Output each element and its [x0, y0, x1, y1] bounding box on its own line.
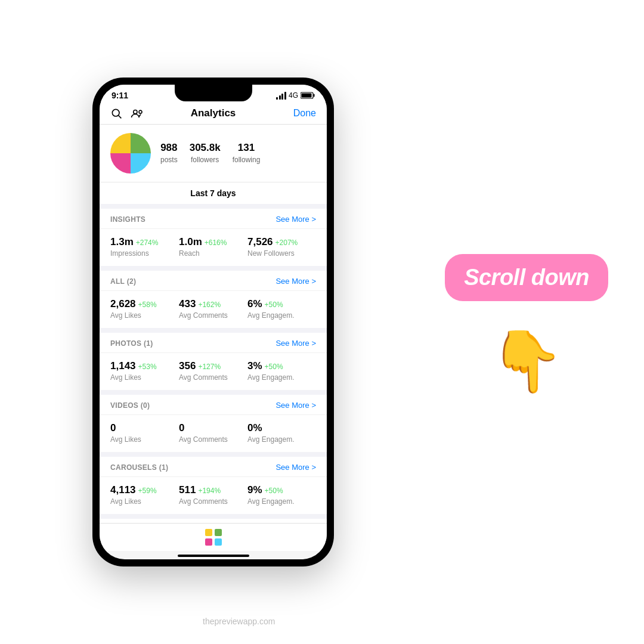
metric-value-insights-2: 7,526 [247, 236, 273, 248]
metric-change-photos-2: +50% [265, 363, 283, 371]
section-engagement: ENGAGEMENTSee More > [100, 519, 327, 523]
section-title-insights: INSIGHTS [110, 215, 145, 224]
metric-label-all-0: Avg Likes [110, 311, 179, 320]
section-videos: VIDEOS (0)See More >0Avg Likes0Avg Comme… [100, 395, 327, 452]
metric-label-all-2: Avg Engagem. [247, 311, 316, 320]
metric-item-all-1: 433+162%Avg Comments [179, 298, 247, 320]
metric-value-insights-1: 1.0m [179, 236, 202, 248]
followers-label: followers [191, 156, 219, 164]
section-photos: PHOTOS (1)See More >1,143+53%Avg Likes35… [100, 333, 327, 390]
svg-point-5 [134, 110, 137, 114]
see-more-videos[interactable]: See More > [275, 401, 316, 410]
period-label: Last 7 days [190, 188, 236, 198]
tab-app-icon[interactable] [205, 528, 222, 546]
metric-item-photos-1: 356+127%Avg Comments [179, 360, 247, 382]
search-icon[interactable] [110, 107, 122, 119]
home-indicator [178, 555, 249, 557]
metric-value-videos-1: 0 [179, 422, 184, 434]
hand-pointing-icon: 👇 [490, 331, 564, 391]
metric-value-photos-1: 356 [179, 360, 196, 372]
metric-item-carousels-1: 511+194%Avg Comments [179, 484, 247, 506]
content-scroll[interactable]: 988 posts 305.8k followers 131 following [100, 125, 327, 523]
metric-change-all-2: +50% [265, 301, 283, 309]
metric-change-insights-1: +616% [205, 239, 227, 247]
metric-change-photos-0: +53% [138, 363, 157, 371]
scroll-down-label: Scroll down [464, 265, 589, 290]
section-title-all: ALL (2) [110, 277, 136, 286]
metric-value-photos-2: 3% [247, 360, 262, 372]
status-icons: 4G [276, 91, 315, 100]
posts-stat: 988 posts [160, 142, 178, 165]
section-header-engagement: ENGAGEMENTSee More > [100, 519, 327, 523]
metrics-row-insights: 1.3m+274%Impressions1.0m+616%Reach7,526+… [100, 229, 327, 266]
metric-label-photos-0: Avg Likes [110, 373, 179, 382]
carrier-label: 4G [289, 91, 298, 100]
metric-item-all-0: 2,628+58%Avg Likes [110, 298, 179, 320]
metric-value-carousels-0: 4,113 [110, 484, 136, 496]
avatar [110, 133, 151, 174]
metrics-row-carousels: 4,113+59%Avg Likes511+194%Avg Comments9%… [100, 477, 327, 514]
status-time: 9:11 [112, 91, 128, 100]
metric-label-videos-0: Avg Likes [110, 435, 179, 444]
right-side: Scroll down 👇 [445, 0, 608, 644]
tab-bar [100, 523, 327, 551]
done-button[interactable]: Done [293, 108, 316, 119]
metric-item-insights-0: 1.3m+274%Impressions [110, 236, 179, 258]
see-more-insights[interactable]: See More > [275, 215, 316, 224]
metric-label-insights-0: Impressions [110, 249, 179, 258]
section-carousels: CAROUSELS (1)See More >4,113+59%Avg Like… [100, 457, 327, 514]
nav-left-icons [110, 107, 144, 119]
phone-shell: 9:11 4G [92, 78, 334, 566]
metric-item-videos-0: 0Avg Likes [110, 422, 179, 444]
see-more-carousels[interactable]: See More > [275, 463, 316, 472]
followers-count: 305.8k [190, 142, 221, 154]
section-header-carousels: CAROUSELS (1)See More > [100, 457, 327, 477]
metric-label-insights-1: Reach [179, 249, 247, 258]
metric-label-videos-1: Avg Comments [179, 435, 247, 444]
posts-count: 988 [160, 142, 178, 154]
metric-item-insights-2: 7,526+207%New Followers [247, 236, 316, 258]
period-bar: Last 7 days [100, 182, 327, 209]
stats-row: 988 posts 305.8k followers 131 following [160, 142, 260, 165]
section-title-carousels: CAROUSELS (1) [110, 463, 168, 472]
metric-label-carousels-2: Avg Engagem. [247, 497, 316, 506]
signal-bars [276, 92, 286, 100]
metric-change-insights-2: +207% [275, 239, 298, 247]
svg-point-6 [139, 110, 142, 113]
sections-container: INSIGHTSSee More >1.3m+274%Impressions1.… [100, 209, 327, 523]
nav-bar: Analytics Done [100, 103, 327, 125]
metric-change-carousels-0: +59% [138, 487, 157, 495]
scroll-down-button[interactable]: Scroll down [445, 254, 608, 301]
metric-value-videos-0: 0 [110, 422, 116, 434]
section-header-photos: PHOTOS (1)See More > [100, 333, 327, 353]
metric-item-insights-1: 1.0m+616%Reach [179, 236, 247, 258]
section-header-all: ALL (2)See More > [100, 271, 327, 291]
section-header-insights: INSIGHTSSee More > [100, 209, 327, 229]
profile-section: 988 posts 305.8k followers 131 following [100, 125, 327, 182]
section-title-photos: PHOTOS (1) [110, 339, 153, 348]
followers-stat: 305.8k followers [190, 142, 221, 165]
svg-rect-2 [313, 94, 314, 97]
following-stat: 131 following [233, 142, 261, 165]
svg-rect-1 [301, 94, 311, 98]
svg-rect-7 [205, 529, 212, 536]
metric-value-insights-0: 1.3m [110, 236, 134, 248]
metric-change-all-1: +162% [198, 301, 221, 309]
metric-change-insights-0: +274% [136, 239, 159, 247]
metrics-row-videos: 0Avg Likes0Avg Comments0%Avg Engagem. [100, 415, 327, 452]
svg-rect-10 [215, 538, 222, 546]
nav-title: Analytics [191, 107, 236, 119]
see-more-photos[interactable]: See More > [275, 339, 316, 348]
svg-rect-9 [205, 538, 212, 546]
metrics-row-photos: 1,143+53%Avg Likes356+127%Avg Comments3%… [100, 353, 327, 390]
people-icon[interactable] [131, 107, 144, 119]
posts-label: posts [160, 156, 178, 164]
following-label: following [233, 156, 261, 164]
metric-item-carousels-2: 9%+50%Avg Engagem. [247, 484, 316, 506]
battery-icon [301, 92, 315, 99]
scene: 9:11 4G [0, 0, 644, 644]
svg-rect-8 [215, 529, 222, 536]
metric-value-all-2: 6% [247, 298, 262, 310]
metric-label-insights-2: New Followers [247, 249, 316, 258]
see-more-all[interactable]: See More > [275, 277, 316, 286]
